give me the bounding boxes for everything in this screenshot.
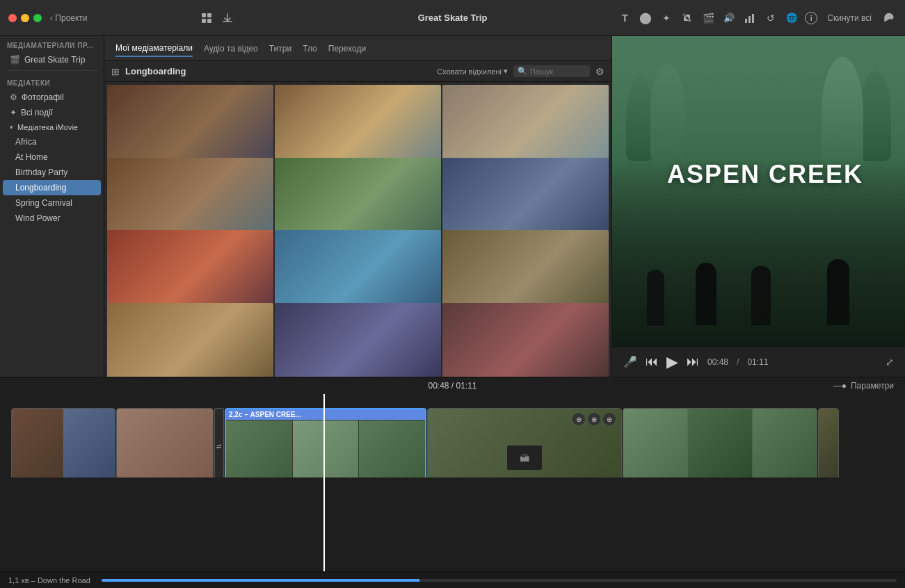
timeline-header: 00:48 / 01:11 —● Параметри [0, 377, 905, 394]
grid-view-button[interactable]: ⊞ [111, 66, 120, 77]
media-thumb-wide[interactable] [107, 303, 273, 377]
sidebar-item-birthday-party[interactable]: Birthday Party [3, 165, 101, 180]
titlebar: ‹ Проекти Great Skate Trip T ⬤ ✦ 🎬 🔊 ↺ 🌐… [0, 0, 905, 36]
clip-separator: ⇌ [214, 408, 224, 477]
media-browser-title: Longboarding [125, 66, 195, 76]
speed-icon[interactable]: ↺ [763, 10, 778, 26]
search-input[interactable] [530, 67, 586, 76]
gear-icon: ⚙ [10, 92, 17, 102]
stabilize-icon[interactable]: 🌐 [784, 10, 799, 26]
info-icon[interactable]: i [805, 12, 817, 24]
video-track: ⇌ 2,2с – ASPEN CREE... ⊕ ⊕ ⊕ [0, 394, 905, 477]
media-thumb-small-2[interactable] [442, 303, 609, 377]
sidebar-item-all-events[interactable]: ✦ Всі події [3, 105, 101, 120]
media-grid: 11,5 с [104, 82, 611, 377]
clip-adjust-icon-3[interactable]: ⊕ [603, 413, 616, 425]
clip-2[interactable] [116, 408, 214, 477]
chevron-down-icon: ▾ [504, 67, 508, 76]
media-toolbar: ⊞ Longboarding Сховати відхилені ▾ 🔍 ⚙ [104, 61, 611, 82]
fullscreen-icon[interactable]: ⤢ [886, 357, 894, 368]
svg-rect-6 [748, 16, 751, 23]
status-bar: 1,1 хв – Down the Road [0, 571, 905, 588]
tab-background[interactable]: Тло [303, 41, 317, 56]
triangle-down-icon: ▾ [10, 124, 13, 131]
clip-1[interactable] [11, 408, 115, 477]
top-area: Мої медіаматеріали Аудіо та відео Титри … [104, 36, 905, 377]
main-container: МЕДІАМАТЕРІАЛИ ПР... 🎬 Great Skate Trip … [0, 36, 905, 377]
sidebar-item-spring-carnival[interactable]: Spring Carnival [3, 195, 101, 211]
settings-icon[interactable]: ⚙ [595, 66, 604, 77]
sidebar-item-africa[interactable]: Africa [3, 134, 101, 149]
media-browser: Мої медіаматеріали Аудіо та відео Титри … [104, 36, 612, 377]
svg-rect-2 [202, 19, 206, 23]
sidebar-item-imovie-library[interactable]: ▾ Медіатека iMovie [3, 120, 101, 134]
clip-6[interactable] [818, 408, 839, 477]
fullscreen-button[interactable] [33, 14, 42, 22]
crop-icon[interactable] [680, 10, 695, 26]
media-tabs: Мої медіаматеріали Аудіо та відео Титри … [104, 36, 611, 61]
star-icon: ✦ [10, 108, 17, 117]
svg-rect-1 [207, 13, 211, 17]
microphone-icon[interactable]: 🎤 [623, 355, 637, 368]
share-icon[interactable] [881, 10, 897, 26]
preview-video: ASPEN CREEK [612, 36, 905, 346]
timeline-track-area[interactable]: ⇌ 2,2с – ASPEN CREE... ⊕ ⊕ ⊕ [0, 394, 905, 571]
text-icon[interactable]: T [617, 10, 632, 26]
clip-4[interactable]: ⊕ ⊕ ⊕ 🏔 [427, 408, 622, 477]
timeline-time-display: 00:48 / 01:11 [428, 381, 476, 391]
skip-back-button[interactable]: ⏮ [646, 354, 658, 369]
skip-forward-button[interactable]: ⏭ [687, 354, 699, 369]
toolbar-right: T ⬤ ✦ 🎬 🔊 ↺ 🌐 i Скинути всі [617, 10, 897, 26]
status-progress-fill [102, 579, 419, 582]
window-title: Great Skate Trip [418, 13, 488, 23]
timeline-area: 00:48 / 01:11 —● Параметри [0, 377, 905, 571]
time-separator: / [737, 357, 739, 367]
search-box[interactable]: 🔍 [513, 65, 590, 77]
sidebar: МЕДІАМАТЕРІАЛИ ПР... 🎬 Great Skate Trip … [0, 36, 104, 377]
tab-transitions[interactable]: Переходи [328, 41, 366, 56]
play-button[interactable]: ▶ [666, 353, 678, 371]
svg-rect-5 [745, 19, 747, 23]
hide-declined-button[interactable]: Сховати відхилені ▾ [437, 67, 508, 76]
params-button[interactable]: —● Параметри [833, 381, 894, 391]
filters-icon[interactable]: ✦ [659, 10, 674, 26]
svg-rect-0 [202, 13, 206, 17]
preview-panel: ASPEN CREEK 🎤 ⏮ ▶ ⏭ 00:48 / 01:11 ⤢ [612, 36, 905, 377]
preview-controls: 🎤 ⏮ ▶ ⏭ 00:48 / 01:11 ⤢ [612, 346, 905, 377]
libraries-section-label: МЕДІАТЕКИ [0, 74, 104, 90]
grid-view-icon[interactable] [199, 10, 214, 26]
clip-title-bar: 2,2с – ASPEN CREE... [226, 409, 425, 420]
download-icon[interactable] [220, 10, 235, 26]
sidebar-item-longboarding[interactable]: Longboarding [3, 180, 101, 195]
media-thumb-small-1[interactable] [275, 303, 441, 377]
minimize-button[interactable] [21, 14, 29, 22]
preview-scene [612, 36, 905, 346]
tab-audio-video[interactable]: Аудіо та відео [204, 41, 258, 56]
reset-all-button[interactable]: Скинути всі [823, 12, 876, 24]
color-icon[interactable]: ⬤ [638, 10, 653, 26]
sidebar-item-at-home[interactable]: At Home [3, 149, 101, 165]
tab-titles[interactable]: Титри [269, 41, 291, 56]
svg-rect-7 [752, 14, 754, 23]
audio-icon[interactable]: 🔊 [721, 10, 737, 26]
media-section-label: МЕДІАМАТЕРІАЛИ ПР... [0, 36, 104, 52]
chart-icon[interactable] [742, 10, 758, 26]
film-icon: 🎬 [10, 55, 20, 65]
clip-5[interactable] [623, 408, 817, 477]
close-button[interactable] [8, 14, 17, 22]
clip-icon: 🏔 [520, 452, 529, 464]
status-progress-bar [102, 579, 897, 582]
clip-adjust-icon-1[interactable]: ⊕ [572, 413, 585, 425]
clip-adjust-icon-2[interactable]: ⊕ [588, 413, 600, 425]
sidebar-item-project[interactable]: 🎬 Great Skate Trip [3, 52, 101, 67]
back-button[interactable]: ‹ Проекти [50, 13, 88, 23]
sidebar-item-photos[interactable]: ⚙ Фотографії [3, 90, 101, 105]
sidebar-item-wind-power[interactable]: Wind Power [3, 211, 101, 226]
camera-icon[interactable]: 🎬 [700, 10, 716, 26]
tab-my-media[interactable]: Мої медіаматеріали [115, 40, 193, 57]
svg-rect-3 [207, 19, 211, 23]
traffic-lights [8, 14, 42, 22]
preview-duration: 01:11 [747, 357, 768, 367]
sidebar-divider [7, 70, 97, 71]
clip-3-selected[interactable]: 2,2с – ASPEN CREE... [225, 408, 426, 477]
